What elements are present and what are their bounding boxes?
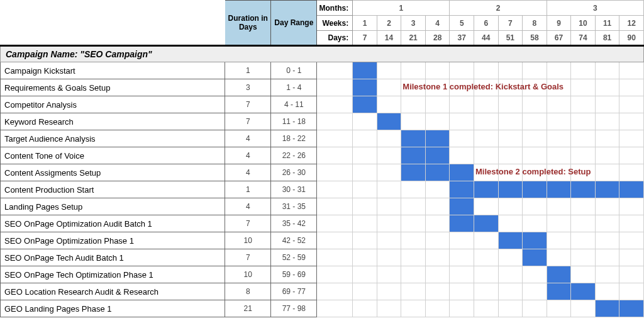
task-range-cell: 26 - 30 xyxy=(271,164,317,181)
gantt-empty-cell xyxy=(401,266,426,283)
gantt-empty-cell xyxy=(474,62,499,79)
gantt-empty-cell xyxy=(425,249,450,266)
task-duration-cell: 7 xyxy=(225,113,271,130)
day-cell: 81 xyxy=(595,31,619,46)
gantt-empty-cell xyxy=(353,300,377,317)
week-cell: 12 xyxy=(619,16,644,31)
gantt-empty-cell xyxy=(353,113,377,130)
milestone-label: Milestone 2 completed: Setup xyxy=(475,167,591,176)
task-range-cell: 31 - 35 xyxy=(271,198,317,215)
task-name-cell: Content Tone of Voice xyxy=(1,147,225,164)
task-name-cell: GEO Location Research Audit & Research xyxy=(1,283,225,300)
gantt-empty-cell xyxy=(619,266,644,283)
header-blank xyxy=(1,1,225,46)
gantt-bar-cell xyxy=(523,181,547,198)
gantt-spacer xyxy=(317,215,353,232)
gantt-empty-cell xyxy=(595,79,619,96)
gantt-empty-cell xyxy=(377,181,401,198)
gantt-spacer xyxy=(317,130,353,147)
gantt-empty-cell xyxy=(571,96,596,113)
task-duration-cell: 7 xyxy=(225,215,271,232)
gantt-empty-cell xyxy=(401,62,426,79)
gantt-bar-cell xyxy=(401,130,426,147)
gantt-empty-cell xyxy=(377,164,401,181)
gantt-empty-cell xyxy=(401,96,426,113)
milestone-label: Milestone 1 completed: Kickstart & Goals xyxy=(402,82,564,91)
task-name-cell: Requirements & Goals Setup xyxy=(1,79,225,96)
gantt-bar-cell xyxy=(450,215,474,232)
gantt-empty-cell xyxy=(377,283,401,300)
gantt-empty-cell xyxy=(498,283,523,300)
task-row: Content Production Start130 - 31 xyxy=(1,181,644,198)
gantt-empty-cell xyxy=(498,130,523,147)
gantt-empty-cell xyxy=(619,164,644,181)
gantt-empty-cell xyxy=(401,198,426,215)
gantt-empty-cell xyxy=(523,147,547,164)
gantt-spacer xyxy=(317,113,353,130)
gantt-bar-cell xyxy=(547,283,571,300)
task-row: Requirements & Goals Setup31 - 4Mileston… xyxy=(1,79,644,96)
task-range-cell: 52 - 59 xyxy=(271,249,317,266)
header-days-label: Days: xyxy=(317,31,353,46)
gantt-empty-cell xyxy=(353,198,377,215)
gantt-empty-cell xyxy=(450,266,474,283)
gantt-empty-cell xyxy=(450,232,474,249)
day-cell: 14 xyxy=(377,31,401,46)
gantt-spacer xyxy=(317,198,353,215)
gantt-empty-cell xyxy=(353,249,377,266)
task-row: GEO Location Research Audit & Research86… xyxy=(1,283,644,300)
task-duration-cell: 4 xyxy=(225,147,271,164)
gantt-empty-cell xyxy=(498,198,523,215)
gantt-bar-cell xyxy=(353,62,377,79)
gantt-empty-cell xyxy=(619,113,644,130)
day-cell: 28 xyxy=(425,31,450,46)
gantt-bar-cell xyxy=(498,232,523,249)
gantt-empty-cell xyxy=(474,232,499,249)
gantt-empty-cell xyxy=(450,300,474,317)
gantt-empty-cell xyxy=(498,249,523,266)
gantt-empty-cell xyxy=(377,215,401,232)
task-row: Landing Pages Setup431 - 35 xyxy=(1,198,644,215)
task-duration-cell: 10 xyxy=(225,232,271,249)
gantt-empty-cell xyxy=(619,215,644,232)
gantt-empty-cell xyxy=(450,96,474,113)
gantt-empty-cell xyxy=(353,181,377,198)
gantt-empty-cell xyxy=(474,300,499,317)
gantt-empty-cell xyxy=(498,300,523,317)
gantt-bar-cell xyxy=(425,130,450,147)
week-cell: 2 xyxy=(377,16,401,31)
week-cell: 5 xyxy=(450,16,474,31)
task-duration-cell: 10 xyxy=(225,266,271,283)
gantt-bar-cell xyxy=(425,147,450,164)
day-cell: 51 xyxy=(498,31,523,46)
task-duration-cell: 1 xyxy=(225,181,271,198)
gantt-empty-cell xyxy=(425,215,450,232)
gantt-empty-cell xyxy=(619,283,644,300)
task-range-cell: 22 - 26 xyxy=(271,147,317,164)
gantt-empty-cell xyxy=(595,164,619,181)
month-3: 3 xyxy=(547,1,643,16)
gantt-empty-cell xyxy=(571,113,596,130)
gantt-empty-cell xyxy=(595,96,619,113)
task-range-cell: 11 - 18 xyxy=(271,113,317,130)
gantt-empty-cell xyxy=(474,96,499,113)
gantt-empty-cell xyxy=(523,300,547,317)
gantt-empty-cell xyxy=(571,249,596,266)
gantt-empty-cell xyxy=(401,283,426,300)
gantt-chart: Duration in Days Day Range Months: 1 2 3… xyxy=(0,0,644,317)
day-cell: 44 xyxy=(474,31,499,46)
week-cell: 4 xyxy=(425,16,450,31)
task-name-cell: Landing Pages Setup xyxy=(1,198,225,215)
gantt-empty-cell xyxy=(619,232,644,249)
gantt-spacer xyxy=(317,164,353,181)
gantt-empty-cell xyxy=(425,113,450,130)
task-name-cell: Content Production Start xyxy=(1,181,225,198)
task-row: Target Audience Analysis418 - 22 xyxy=(1,130,644,147)
gantt-empty-cell: Milestone 2 completed: Setup xyxy=(474,164,499,181)
gantt-empty-cell xyxy=(523,62,547,79)
gantt-empty-cell xyxy=(595,215,619,232)
gantt-bar-cell xyxy=(450,164,474,181)
gantt-bar-cell xyxy=(571,181,596,198)
week-cell: 3 xyxy=(401,16,426,31)
task-name-cell: SEO OnPage Tech Audit Batch 1 xyxy=(1,249,225,266)
